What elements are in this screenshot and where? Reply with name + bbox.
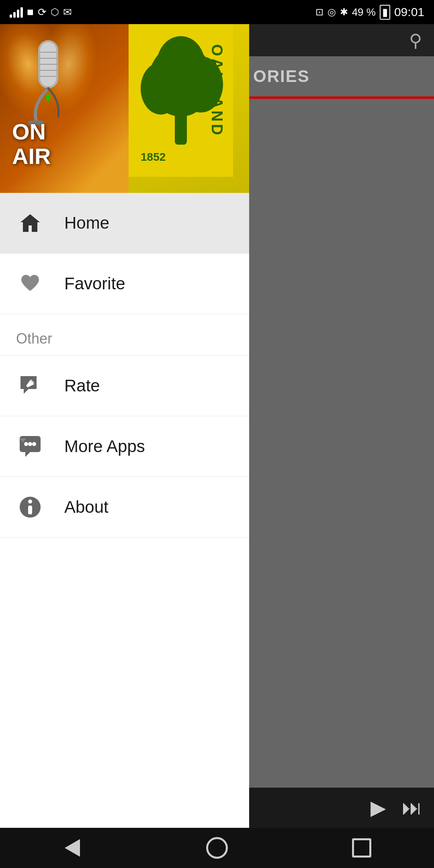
sync-icon: ⟳ xyxy=(38,6,47,18)
email-icon: ✉ xyxy=(63,6,72,18)
cast-icon: ⊡ xyxy=(315,6,323,18)
svg-rect-8 xyxy=(46,94,50,101)
status-left-icons: ■ ⟳ ⬡ ✉ xyxy=(10,6,72,18)
other-section-header: Other xyxy=(0,314,249,356)
menu-item-about[interactable]: About xyxy=(0,477,249,538)
banner-image: ON AIR OAKLAND xyxy=(0,24,249,193)
home-label: Home xyxy=(64,213,109,233)
play-button[interactable]: ▶ xyxy=(371,796,386,819)
other-label: Other xyxy=(16,330,52,347)
wifi-icon: ■ xyxy=(27,6,34,18)
back-button[interactable] xyxy=(52,828,92,868)
status-bar: ■ ⟳ ⬡ ✉ ⊡ ◎ ✱ 49 % ▮ 09:01 xyxy=(0,0,434,24)
favorite-label: Favorite xyxy=(64,274,125,293)
alarm-icon: ◎ xyxy=(328,6,336,18)
svg-rect-22 xyxy=(28,506,32,514)
partial-title: ORIES xyxy=(253,67,310,86)
header-underline xyxy=(249,96,434,99)
player-bar: ▶ ⏭ xyxy=(249,788,434,828)
battery-icon: ▮ xyxy=(380,5,390,20)
svg-point-17 xyxy=(24,442,28,446)
menu-item-favorite[interactable]: Favorite xyxy=(0,254,249,314)
navigation-drawer: ON AIR OAKLAND xyxy=(0,24,249,828)
menu-list: Home Favorite Other xyxy=(0,193,249,828)
heart-icon xyxy=(16,270,44,298)
menu-item-more-apps[interactable]: More Apps xyxy=(0,416,249,477)
bluetooth-icon: ✱ xyxy=(340,6,348,18)
oakland-flag: OAKLAND 1852 xyxy=(129,24,249,193)
android-nav-bar xyxy=(0,828,434,868)
svg-point-19 xyxy=(32,442,36,446)
more-apps-label: More Apps xyxy=(64,437,145,456)
info-icon xyxy=(16,493,44,521)
battery-percentage: 49 % xyxy=(352,6,376,18)
recents-button[interactable] xyxy=(342,828,382,868)
header-text-area: ORIES xyxy=(249,56,434,96)
forward-button[interactable]: ⏭ xyxy=(402,796,422,819)
svg-point-18 xyxy=(28,442,32,446)
svg-text:1852: 1852 xyxy=(141,151,166,163)
menu-item-rate[interactable]: Rate xyxy=(0,356,249,416)
home-icon xyxy=(16,209,44,237)
home-button[interactable] xyxy=(197,828,237,868)
status-right-icons: ⊡ ◎ ✱ 49 % ▮ 09:01 xyxy=(315,5,424,20)
vpn-icon: ⬡ xyxy=(51,6,59,18)
rate-label: Rate xyxy=(64,376,100,395)
svg-point-13 xyxy=(157,36,205,92)
more-apps-icon xyxy=(16,432,44,461)
svg-point-21 xyxy=(28,500,32,504)
svg-rect-14 xyxy=(175,113,187,145)
on-air-text: ON AIR xyxy=(12,119,51,169)
about-label: About xyxy=(64,497,108,517)
menu-item-home[interactable]: Home xyxy=(0,193,249,254)
signal-icon xyxy=(10,6,23,18)
rate-icon xyxy=(16,372,44,400)
search-icon[interactable]: ⚲ xyxy=(409,30,422,51)
time-display: 09:01 xyxy=(394,5,424,19)
svg-text:OAKLAND: OAKLAND xyxy=(209,44,225,137)
